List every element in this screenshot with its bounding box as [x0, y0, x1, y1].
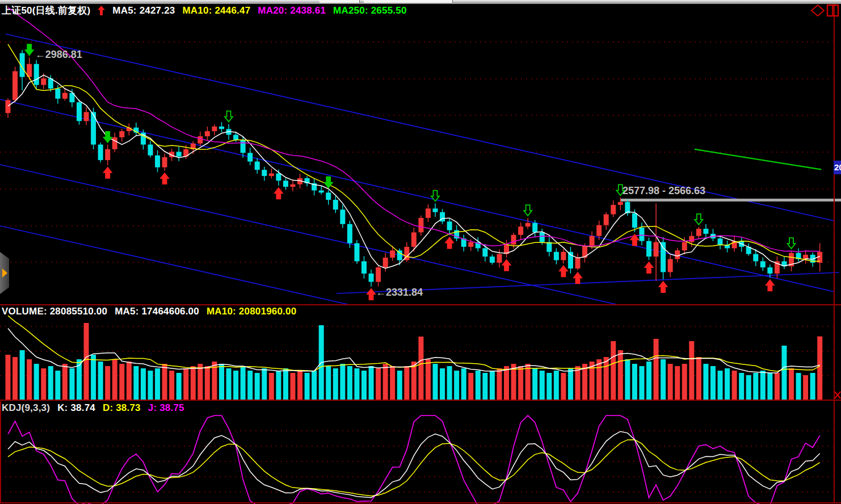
buy-up-arrow — [766, 280, 774, 291]
price-axis-line — [834, 4, 835, 503]
expand-arrow-icon — [2, 268, 7, 278]
tdx-chart-window: 上证50(日线.前复权) MA5: 2427.23 MA10: 2446.47 … — [0, 0, 841, 504]
volume-chart[interactable] — [0, 305, 841, 401]
buy-up-arrow — [659, 282, 667, 292]
ma250-label: MA250: 2655.50 — [333, 5, 406, 16]
diamond-icon[interactable] — [810, 5, 825, 16]
trend-line — [0, 165, 616, 304]
trend-line — [6, 34, 834, 221]
buy-up-arrow — [161, 173, 169, 184]
range-price-label: 2577.98 - 2566.63 — [623, 185, 705, 196]
kdj-chart[interactable] — [0, 401, 841, 504]
volume-ma10-label: MA10: 20801960.00 — [207, 306, 296, 317]
sell-down-arrow — [695, 214, 703, 225]
buy-up-arrow — [645, 262, 653, 273]
main-pane-header: 上证50(日线.前复权) MA5: 2427.23 MA10: 2446.47 … — [2, 4, 407, 17]
close-icon[interactable] — [834, 390, 841, 400]
ma10-label: MA10: 2446.47 — [183, 5, 251, 16]
sell-down-arrow — [26, 44, 33, 55]
buy-up-arrow — [275, 188, 283, 199]
kdj-k-line — [8, 431, 820, 497]
kdj-d-label: D: 38.73 — [103, 402, 141, 414]
kdj-title: KDJ(9,3,3) — [2, 402, 50, 414]
trend-line — [0, 99, 834, 292]
symbol-title: 上证50(日线.前复权) — [2, 4, 90, 17]
sell-down-arrow — [431, 191, 439, 201]
volume-value-label: VOLUME: 28085510.00 — [2, 306, 107, 317]
sidebar-expand-handle[interactable] — [0, 252, 9, 294]
buy-up-arrow — [574, 272, 582, 283]
sell-down-arrow — [788, 238, 796, 249]
price-axis-label: 20 — [834, 161, 841, 174]
volume-ma5-label: MA5: 17464606.00 — [115, 306, 199, 317]
buy-up-arrow — [104, 167, 112, 178]
volume-pane-header: VOLUME: 28085510.00 MA5: 17464606.00 MA1… — [2, 306, 296, 317]
ma5-label: MA5: 2427.23 — [112, 5, 175, 16]
buy-up-arrow — [503, 260, 511, 271]
high-price-label: ←2986.81 — [35, 49, 82, 60]
split-pane-icon[interactable] — [826, 4, 840, 17]
toolbar-button-edge[interactable] — [364, 0, 453, 3]
trend-line — [0, 226, 347, 304]
pane-divider — [0, 502, 841, 503]
pane-divider[interactable] — [0, 304, 841, 305]
kdj-k-label: K: 38.74 — [57, 402, 95, 414]
buy-up-arrow — [560, 266, 567, 276]
sell-down-arrow — [524, 205, 532, 216]
buy-up-arrow — [445, 237, 453, 248]
main-price-chart[interactable]: ←2986.81←2331.842577.98 - 2566.63 — [0, 0, 841, 305]
kdj-j-label: J: 38.75 — [148, 402, 184, 414]
buy-up-arrow — [367, 289, 375, 300]
up-arrow-icon — [98, 6, 105, 15]
resistance-bar — [620, 199, 841, 201]
kdj-pane-header: KDJ(9,3,3) K: 38.74 D: 38.73 J: 38.75 — [2, 402, 184, 414]
low-price-label: ←2331.84 — [376, 287, 423, 298]
ma20-label: MA20: 2438.61 — [258, 5, 326, 16]
sell-down-arrow — [225, 111, 233, 122]
toolbar-button-edge[interactable] — [319, 0, 360, 3]
pane-divider[interactable] — [0, 400, 841, 401]
kdj-left-border — [0, 401, 1, 503]
